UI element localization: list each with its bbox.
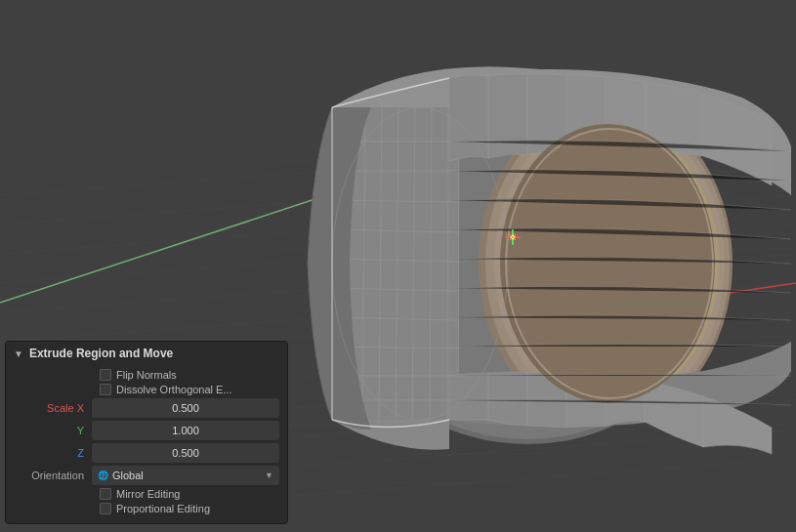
dissolve-checkbox[interactable] <box>100 384 111 395</box>
orientation-value: Global <box>112 470 265 481</box>
dissolve-row: Dissolve Orthogonal E... <box>14 384 279 395</box>
panel-title: Extrude Region and Move <box>29 347 173 360</box>
scale-z-label: Z <box>14 447 92 459</box>
proportional-editing-checkbox[interactable] <box>100 503 111 514</box>
scale-z-row: Z <box>14 443 279 463</box>
dissolve-item[interactable]: Dissolve Orthogonal E... <box>100 384 232 395</box>
mirror-editing-item[interactable]: Mirror Editing <box>100 488 180 500</box>
mirror-editing-checkbox[interactable] <box>100 488 111 500</box>
operator-panel: ▼ Extrude Region and Move Flip Normals D… <box>5 341 288 524</box>
scale-y-label: Y <box>14 425 92 436</box>
proportional-editing-item[interactable]: Proportional Editing <box>100 503 210 514</box>
flip-normals-item[interactable]: Flip Normals <box>100 369 177 381</box>
panel-header[interactable]: ▼ Extrude Region and Move <box>6 342 287 365</box>
scale-x-row: Scale X <box>14 398 279 418</box>
mirror-editing-label: Mirror Editing <box>116 488 180 500</box>
panel-collapse-arrow: ▼ <box>14 348 23 359</box>
3d-viewport[interactable]: ▼ Extrude Region and Move Flip Normals D… <box>0 0 796 532</box>
orientation-icon: 🌐 <box>98 471 108 480</box>
orientation-row: Orientation 🌐 Global ▼ <box>14 466 279 485</box>
scale-z-field[interactable] <box>92 443 279 463</box>
proportional-editing-row: Proportional Editing <box>14 503 279 514</box>
proportional-editing-label: Proportional Editing <box>116 503 210 514</box>
scale-y-field[interactable] <box>92 421 279 440</box>
flip-normals-label: Flip Normals <box>116 369 177 381</box>
orientation-dropdown[interactable]: 🌐 Global ▼ <box>92 466 279 485</box>
flip-normals-row: Flip Normals <box>14 369 279 381</box>
scale-x-field[interactable] <box>92 398 279 418</box>
mirror-editing-row: Mirror Editing <box>14 488 279 500</box>
dissolve-label: Dissolve Orthogonal E... <box>116 384 232 395</box>
orientation-label: Orientation <box>14 470 92 481</box>
panel-body: Flip Normals Dissolve Orthogonal E... Sc… <box>6 365 287 523</box>
scale-y-row: Y <box>14 421 279 440</box>
svg-point-54 <box>506 129 713 398</box>
flip-normals-checkbox[interactable] <box>100 369 111 381</box>
scale-x-label: Scale X <box>14 402 92 414</box>
orientation-arrow: ▼ <box>265 471 273 480</box>
